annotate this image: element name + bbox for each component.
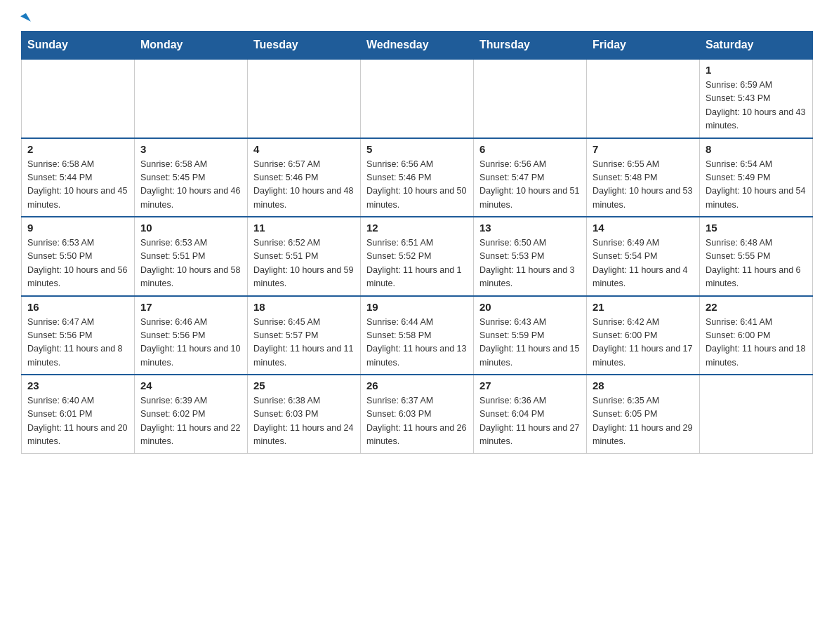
day-header-friday: Friday <box>587 32 700 60</box>
day-number: 21 <box>593 301 694 313</box>
calendar-cell: 21Sunrise: 6:42 AM Sunset: 6:00 PM Dayli… <box>587 296 700 375</box>
day-info: Sunrise: 6:52 AM Sunset: 5:51 PM Dayligh… <box>253 236 355 291</box>
day-number: 24 <box>140 380 241 391</box>
logo-triangle-icon <box>20 13 31 25</box>
page-header <box>21 14 813 24</box>
calendar-cell: 2Sunrise: 6:58 AM Sunset: 5:44 PM Daylig… <box>22 138 135 217</box>
calendar-week-row: 23Sunrise: 6:40 AM Sunset: 6:01 PM Dayli… <box>22 375 813 453</box>
calendar-header-row: SundayMondayTuesdayWednesdayThursdayFrid… <box>22 32 813 60</box>
calendar-cell <box>361 59 474 138</box>
day-info: Sunrise: 6:54 AM Sunset: 5:49 PM Dayligh… <box>706 158 807 213</box>
calendar-table: SundayMondayTuesdayWednesdayThursdayFrid… <box>21 31 813 454</box>
day-info: Sunrise: 6:35 AM Sunset: 6:05 PM Dayligh… <box>593 394 694 449</box>
day-number: 13 <box>479 222 581 234</box>
day-info: Sunrise: 6:36 AM Sunset: 6:04 PM Dayligh… <box>479 394 581 449</box>
day-header-monday: Monday <box>135 32 248 60</box>
day-header-wednesday: Wednesday <box>361 32 474 60</box>
day-info: Sunrise: 6:40 AM Sunset: 6:01 PM Dayligh… <box>27 394 128 449</box>
day-info: Sunrise: 6:43 AM Sunset: 5:59 PM Dayligh… <box>479 316 581 370</box>
calendar-cell: 5Sunrise: 6:56 AM Sunset: 5:46 PM Daylig… <box>361 138 474 217</box>
day-info: Sunrise: 6:53 AM Sunset: 5:50 PM Dayligh… <box>27 236 128 291</box>
calendar-cell: 28Sunrise: 6:35 AM Sunset: 6:05 PM Dayli… <box>587 375 700 453</box>
calendar-cell: 13Sunrise: 6:50 AM Sunset: 5:53 PM Dayli… <box>474 217 587 296</box>
calendar-week-row: 1Sunrise: 6:59 AM Sunset: 5:43 PM Daylig… <box>22 59 813 138</box>
calendar-cell: 25Sunrise: 6:38 AM Sunset: 6:03 PM Dayli… <box>248 375 361 453</box>
calendar-cell: 15Sunrise: 6:48 AM Sunset: 5:55 PM Dayli… <box>700 217 813 296</box>
calendar-cell <box>22 59 135 138</box>
day-info: Sunrise: 6:39 AM Sunset: 6:02 PM Dayligh… <box>140 394 241 449</box>
calendar-cell: 23Sunrise: 6:40 AM Sunset: 6:01 PM Dayli… <box>22 375 135 453</box>
day-number: 4 <box>253 143 355 155</box>
day-number: 9 <box>27 222 128 234</box>
day-info: Sunrise: 6:51 AM Sunset: 5:52 PM Dayligh… <box>366 236 468 291</box>
day-number: 19 <box>366 301 468 313</box>
calendar-cell <box>135 59 248 138</box>
day-header-sunday: Sunday <box>22 32 135 60</box>
calendar-cell: 14Sunrise: 6:49 AM Sunset: 5:54 PM Dayli… <box>587 217 700 296</box>
calendar-cell: 26Sunrise: 6:37 AM Sunset: 6:03 PM Dayli… <box>361 375 474 453</box>
day-number: 25 <box>253 380 355 391</box>
day-header-thursday: Thursday <box>474 32 587 60</box>
day-number: 22 <box>706 301 807 313</box>
calendar-cell: 16Sunrise: 6:47 AM Sunset: 5:56 PM Dayli… <box>22 296 135 375</box>
day-number: 7 <box>593 143 694 155</box>
day-info: Sunrise: 6:44 AM Sunset: 5:58 PM Dayligh… <box>366 316 468 370</box>
calendar-cell: 3Sunrise: 6:58 AM Sunset: 5:45 PM Daylig… <box>135 138 248 217</box>
calendar-cell <box>700 375 813 453</box>
day-number: 15 <box>706 222 807 234</box>
day-number: 8 <box>706 143 807 155</box>
day-number: 3 <box>140 143 241 155</box>
day-number: 14 <box>593 222 694 234</box>
day-number: 28 <box>593 380 694 391</box>
day-info: Sunrise: 6:56 AM Sunset: 5:47 PM Dayligh… <box>479 158 581 213</box>
calendar-cell: 8Sunrise: 6:54 AM Sunset: 5:49 PM Daylig… <box>700 138 813 217</box>
day-number: 18 <box>253 301 355 313</box>
day-info: Sunrise: 6:37 AM Sunset: 6:03 PM Dayligh… <box>366 394 468 449</box>
day-info: Sunrise: 6:49 AM Sunset: 5:54 PM Dayligh… <box>593 236 694 291</box>
calendar-cell: 6Sunrise: 6:56 AM Sunset: 5:47 PM Daylig… <box>474 138 587 217</box>
day-number: 27 <box>479 380 581 391</box>
day-info: Sunrise: 6:47 AM Sunset: 5:56 PM Dayligh… <box>27 316 128 370</box>
calendar-cell: 9Sunrise: 6:53 AM Sunset: 5:50 PM Daylig… <box>22 217 135 296</box>
day-info: Sunrise: 6:45 AM Sunset: 5:57 PM Dayligh… <box>253 316 355 370</box>
day-info: Sunrise: 6:53 AM Sunset: 5:51 PM Dayligh… <box>140 236 241 291</box>
day-number: 5 <box>366 143 468 155</box>
day-number: 26 <box>366 380 468 391</box>
calendar-cell: 20Sunrise: 6:43 AM Sunset: 5:59 PM Dayli… <box>474 296 587 375</box>
calendar-cell: 27Sunrise: 6:36 AM Sunset: 6:04 PM Dayli… <box>474 375 587 453</box>
calendar-cell: 1Sunrise: 6:59 AM Sunset: 5:43 PM Daylig… <box>700 59 813 138</box>
logo <box>21 14 29 24</box>
day-number: 20 <box>479 301 581 313</box>
calendar-cell: 10Sunrise: 6:53 AM Sunset: 5:51 PM Dayli… <box>135 217 248 296</box>
day-number: 10 <box>140 222 241 234</box>
day-info: Sunrise: 6:42 AM Sunset: 6:00 PM Dayligh… <box>593 316 694 370</box>
day-info: Sunrise: 6:46 AM Sunset: 5:56 PM Dayligh… <box>140 316 241 370</box>
day-info: Sunrise: 6:56 AM Sunset: 5:46 PM Dayligh… <box>366 158 468 213</box>
calendar-cell: 12Sunrise: 6:51 AM Sunset: 5:52 PM Dayli… <box>361 217 474 296</box>
day-info: Sunrise: 6:58 AM Sunset: 5:44 PM Dayligh… <box>27 158 128 213</box>
day-number: 23 <box>27 380 128 391</box>
day-number: 11 <box>253 222 355 234</box>
calendar-cell: 11Sunrise: 6:52 AM Sunset: 5:51 PM Dayli… <box>248 217 361 296</box>
calendar-cell: 17Sunrise: 6:46 AM Sunset: 5:56 PM Dayli… <box>135 296 248 375</box>
calendar-cell: 4Sunrise: 6:57 AM Sunset: 5:46 PM Daylig… <box>248 138 361 217</box>
day-info: Sunrise: 6:48 AM Sunset: 5:55 PM Dayligh… <box>706 236 807 291</box>
day-number: 16 <box>27 301 128 313</box>
calendar-cell: 19Sunrise: 6:44 AM Sunset: 5:58 PM Dayli… <box>361 296 474 375</box>
calendar-week-row: 9Sunrise: 6:53 AM Sunset: 5:50 PM Daylig… <box>22 217 813 296</box>
day-number: 6 <box>479 143 581 155</box>
calendar-week-row: 2Sunrise: 6:58 AM Sunset: 5:44 PM Daylig… <box>22 138 813 217</box>
calendar-cell: 24Sunrise: 6:39 AM Sunset: 6:02 PM Dayli… <box>135 375 248 453</box>
day-header-tuesday: Tuesday <box>248 32 361 60</box>
calendar-cell: 22Sunrise: 6:41 AM Sunset: 6:00 PM Dayli… <box>700 296 813 375</box>
day-info: Sunrise: 6:38 AM Sunset: 6:03 PM Dayligh… <box>253 394 355 449</box>
day-number: 2 <box>27 143 128 155</box>
day-info: Sunrise: 6:59 AM Sunset: 5:43 PM Dayligh… <box>706 79 807 133</box>
calendar-week-row: 16Sunrise: 6:47 AM Sunset: 5:56 PM Dayli… <box>22 296 813 375</box>
day-info: Sunrise: 6:55 AM Sunset: 5:48 PM Dayligh… <box>593 158 694 213</box>
day-number: 17 <box>140 301 241 313</box>
calendar-cell <box>587 59 700 138</box>
calendar-cell <box>474 59 587 138</box>
calendar-cell <box>248 59 361 138</box>
calendar-cell: 7Sunrise: 6:55 AM Sunset: 5:48 PM Daylig… <box>587 138 700 217</box>
